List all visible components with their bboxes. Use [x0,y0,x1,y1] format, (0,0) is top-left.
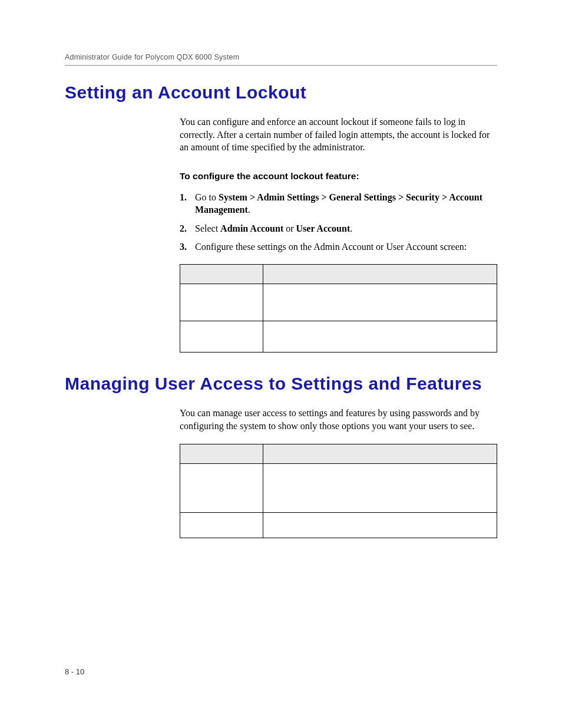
header-rule [65,65,497,66]
section-heading-access: Managing User Access to Settings and Fea… [65,374,497,394]
section-heading-lockout: Setting an Account Lockout [65,83,497,103]
step-number: 2. [180,222,195,235]
section1-body: You can configure and enforce an account… [180,116,497,353]
table-cell [263,464,497,513]
section2-body: You can manage user access to settings a… [180,407,497,538]
table-cell [263,284,497,321]
table-row [180,284,497,321]
table-cell [180,464,263,513]
step-text: Select Admin Account or User Account. [195,222,497,235]
table-header-cell [180,265,263,284]
procedure-heading: To configure the account lockout feature… [180,170,497,183]
table-header-cell [180,444,263,464]
lockout-settings-table [180,264,497,353]
intro-paragraph: You can manage user access to settings a… [180,407,497,432]
table-cell [180,321,263,353]
table-cell [180,513,263,538]
step-text: Configure these settings on the Admin Ac… [195,241,497,253]
table-header-row [180,265,497,284]
table-header-row [180,444,497,464]
table-header-cell [263,444,497,464]
procedure-steps: 1. Go to System > Admin Settings > Gener… [180,191,497,253]
running-header: Administrator Guide for Polycom QDX 6000… [65,53,497,61]
step-1: 1. Go to System > Admin Settings > Gener… [180,191,497,216]
table-row [180,321,497,353]
step-3: 3. Configure these settings on the Admin… [180,241,497,253]
table-header-cell [263,265,497,284]
table-row [180,513,497,538]
page-number: 8 - 10 [65,667,84,676]
table-row [180,464,497,513]
step-2: 2. Select Admin Account or User Account. [180,222,497,235]
intro-paragraph: You can configure and enforce an account… [180,116,497,154]
step-number: 1. [180,191,195,216]
access-settings-table [180,444,497,538]
step-number: 3. [180,241,195,253]
table-cell [263,513,497,538]
table-cell [180,284,263,321]
table-cell [263,321,497,353]
document-page: Administrator Guide for Polycom QDX 6000… [0,0,562,728]
step-text: Go to System > Admin Settings > General … [195,191,497,216]
